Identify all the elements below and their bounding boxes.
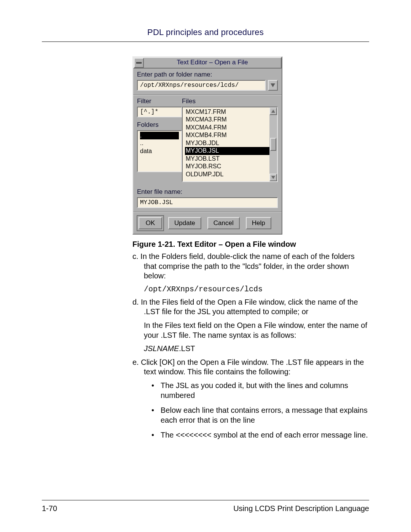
- file-item[interactable]: MYJOB.JSL: [185, 147, 269, 155]
- file-item[interactable]: MYJOB.RSC: [185, 163, 269, 170]
- path-input[interactable]: /opt/XRXnps/resources/lcds/: [137, 80, 266, 91]
- book-title: Using LCDS Print Description Language: [233, 504, 369, 513]
- page-number: 1-70: [42, 504, 57, 513]
- system-menu-button[interactable]: [134, 58, 144, 68]
- file-item[interactable]: MYJOB.JDL: [185, 139, 269, 147]
- header-rule: [42, 42, 369, 42]
- svg-marker-0: [271, 83, 275, 87]
- bullet-item: Below each line that contains errors, a …: [151, 406, 368, 425]
- para-d1: d. In the Files field of the Open a File…: [132, 297, 368, 317]
- folder-item[interactable]: ..: [140, 139, 179, 147]
- scroll-up-button[interactable]: [269, 107, 277, 115]
- scrollbar-thumb[interactable]: [270, 138, 276, 151]
- button-row: OK Update Cancel Help: [133, 212, 282, 234]
- path-dropdown-button[interactable]: [268, 80, 278, 91]
- bullet-item: The <<<<<<<< symbol at the end of each e…: [151, 430, 368, 440]
- jslname-ital: JSLNAME: [144, 344, 179, 353]
- ok-button[interactable]: OK: [139, 217, 162, 229]
- folder-item[interactable]: data: [140, 147, 179, 155]
- path-section: Enter path or folder name: /opt/XRXnps/r…: [133, 69, 282, 94]
- chevron-down-icon: [271, 83, 275, 87]
- file-item[interactable]: OLDUMP.JDL: [185, 171, 269, 178]
- filename-input[interactable]: MYJOB.JSL: [137, 197, 278, 208]
- files-label: Files: [182, 97, 278, 105]
- filter-input[interactable]: [^.]*: [137, 107, 182, 117]
- bullet-item: The JSL as you coded it, but with the li…: [151, 381, 368, 400]
- folders-label: Folders: [137, 121, 182, 129]
- path-label: Enter path or folder name:: [137, 71, 278, 78]
- para-e: e. Click [OK] on the Open a File window.…: [132, 358, 368, 377]
- bullet-list: The JSL as you coded it, but with the li…: [151, 381, 368, 440]
- para-d2: In the Files text field on the Open a Fi…: [144, 321, 368, 340]
- figure-caption: Figure 1-21. Text Editor – Open a File w…: [132, 240, 368, 249]
- triangle-down-icon: [271, 176, 275, 179]
- para-c: c. In the Folders field, double-click th…: [132, 252, 368, 281]
- file-item[interactable]: MXCMA4.FRM: [185, 124, 269, 131]
- dash-icon: [136, 62, 142, 64]
- files-scrollbar[interactable]: [269, 107, 277, 181]
- filename-section: Enter file name: MYJOB.JSL: [133, 186, 282, 212]
- files-listbox[interactable]: MXCM17.FRMMXCMA3.FRMMXCMA4.FRMMXCMB4.FRM…: [183, 107, 269, 181]
- scrollbar-track[interactable]: [269, 115, 277, 174]
- filename-label: Enter file name:: [137, 188, 278, 196]
- file-item[interactable]: MXCMB4.FRM: [185, 131, 269, 139]
- filter-label: Filter: [137, 97, 182, 105]
- file-item[interactable]: MYJOB.LST: [185, 155, 269, 163]
- folders-listbox[interactable]: ...data: [137, 130, 182, 172]
- code-path: /opt/XRXnps/resources/lcds: [144, 285, 368, 294]
- dialog-titlebar: Text Editor – Open a File: [133, 57, 282, 69]
- page-footer: 1-70 Using LCDS Print Description Langua…: [42, 497, 369, 513]
- file-item[interactable]: MXCM17.FRM: [185, 108, 269, 116]
- file-item[interactable]: MXCMA3.FRM: [185, 116, 269, 123]
- lists-section: Filter [^.]* Folders ...data Files MXCM1…: [133, 95, 282, 186]
- para-d-code: JSLNAME.LST: [144, 344, 368, 354]
- page-header: PDL principles and procedures: [42, 27, 369, 45]
- triangle-up-icon: [271, 110, 275, 113]
- lst-ext: .LST: [179, 344, 195, 353]
- dialog-title: Text Editor – Open a File: [144, 58, 281, 68]
- cancel-button[interactable]: Cancel: [207, 217, 240, 229]
- section-title: PDL principles and procedures: [42, 27, 369, 38]
- scroll-down-button[interactable]: [269, 174, 277, 181]
- svg-marker-1: [271, 110, 275, 113]
- folder-item[interactable]: .: [140, 132, 179, 139]
- help-button[interactable]: Help: [246, 217, 271, 229]
- svg-marker-2: [271, 176, 275, 179]
- update-button[interactable]: Update: [168, 217, 201, 229]
- open-file-dialog: Text Editor – Open a File Enter path or …: [132, 56, 282, 235]
- footer-rule: [42, 500, 369, 500]
